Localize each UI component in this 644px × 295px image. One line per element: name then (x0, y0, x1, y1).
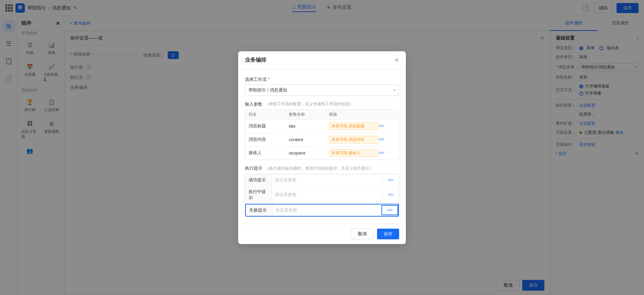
exec-fail-row: 失败提示 请设置参数 +/= (245, 204, 399, 217)
param-value-title: 本表字段.消息标题 (329, 122, 379, 130)
param-btn-title[interactable]: +/= (379, 124, 395, 128)
param-btn-recipient[interactable]: +/= (379, 151, 395, 155)
param-value-recipient: 本表字段.接收人 (329, 149, 379, 157)
modal-title: 业务编排 (245, 57, 266, 64)
params-section: 输入参数 （根据工作流的配置，定义传递给工作流的信息） 别名 参数名称 赋值 消… (245, 101, 399, 160)
col-param-name: 参数名称 (289, 112, 329, 117)
workflow-chevron-icon: ▾ (394, 88, 395, 92)
business-arrange-modal: 业务编排 ✕ 选择工作流 * 帮助指引 / 消息通知 ▾ 输入参数 （根据工作流… (238, 51, 406, 244)
param-alias-title: 消息标题 (249, 123, 289, 129)
modal-header: 业务编排 ✕ (238, 51, 406, 70)
modal-save-button[interactable]: 保存 (377, 229, 399, 239)
param-row-content: 消息内容 content 本表字段.消息内容 +/= (245, 133, 399, 146)
col-assign: 赋值 (329, 112, 379, 117)
param-name-recipient: recipient (289, 151, 329, 156)
exec-inprogress-btn[interactable]: +/= (382, 190, 399, 199)
modal-footer: 取消 保存 (238, 224, 406, 244)
exec-inprogress-row: 执行中提示 请设置参数 +/= (245, 186, 399, 204)
params-hint: （根据工作流的配置，定义传递给工作流的信息） (265, 101, 354, 107)
exec-inprogress-input[interactable]: 请设置参数 (272, 190, 382, 200)
required-star: * (268, 77, 270, 82)
params-label-text: 输入参数 (245, 101, 262, 107)
param-alias-content: 消息内容 (249, 136, 289, 142)
workflow-select[interactable]: 帮助指引 / 消息通知 ▾ (245, 84, 399, 96)
params-label: 输入参数 （根据工作流的配置，定义传递给工作流的信息） (245, 101, 399, 107)
param-name-title: title (289, 124, 329, 129)
param-name-content: content (289, 137, 329, 142)
exec-hints-label: 执行提示 （执行成功或失败时，将进行对应的提示，不定义则不提示） (245, 165, 399, 171)
exec-hints-sub: （执行成功或失败时，将进行对应的提示，不定义则不提示） (265, 166, 374, 171)
param-btn-content[interactable]: +/= (379, 137, 395, 142)
param-alias-recipient: 接收人 (249, 150, 289, 156)
param-row-recipient: 接收人 recipient 本表字段.接收人 +/= (245, 146, 399, 160)
params-table: 别名 参数名称 赋值 消息标题 title 本表字段.消息标题 +/= 消 (245, 109, 399, 160)
exec-inprogress-label: 执行中提示 (245, 186, 272, 203)
col-action (379, 112, 395, 117)
workflow-select-val: 帮助指引 / 消息通知 (249, 87, 287, 93)
workflow-section: 选择工作流 * 帮助指引 / 消息通知 ▾ (245, 76, 399, 96)
exec-fail-label: 失败提示 (246, 204, 273, 216)
modal-body: 选择工作流 * 帮助指引 / 消息通知 ▾ 输入参数 （根据工作流的配置，定义传… (238, 70, 406, 224)
col-alias: 别名 (249, 112, 289, 117)
modal-cancel-button[interactable]: 取消 (351, 229, 374, 239)
modal-overlay: 业务编排 ✕ 选择工作流 * 帮助指引 / 消息通知 ▾ 输入参数 （根据工作流… (0, 0, 644, 295)
workflow-label: 选择工作流 * (245, 76, 399, 82)
exec-success-row: 成功提示 请设置参数 +/= (245, 174, 399, 186)
exec-success-btn[interactable]: +/= (382, 176, 399, 184)
workflow-label-text: 选择工作流 (245, 76, 267, 82)
exec-fail-input[interactable]: 请设置参数 (273, 205, 381, 215)
params-table-header: 别名 参数名称 赋值 (245, 110, 399, 120)
exec-success-label: 成功提示 (245, 174, 272, 186)
exec-success-input[interactable]: 请设置参数 (272, 175, 382, 185)
exec-hints-table: 成功提示 请设置参数 +/= 执行中提示 请设置参数 +/= 失败提示 请设置参… (245, 174, 399, 217)
exec-fail-btn[interactable]: +/= (381, 205, 398, 215)
param-value-content: 本表字段.消息内容 (329, 136, 379, 143)
exec-hints-section: 执行提示 （执行成功或失败时，将进行对应的提示，不定义则不提示） 成功提示 请设… (245, 165, 399, 217)
exec-hints-text: 执行提示 (245, 166, 262, 171)
param-row-title: 消息标题 title 本表字段.消息标题 +/= (245, 120, 399, 133)
modal-close-icon[interactable]: ✕ (394, 57, 399, 64)
